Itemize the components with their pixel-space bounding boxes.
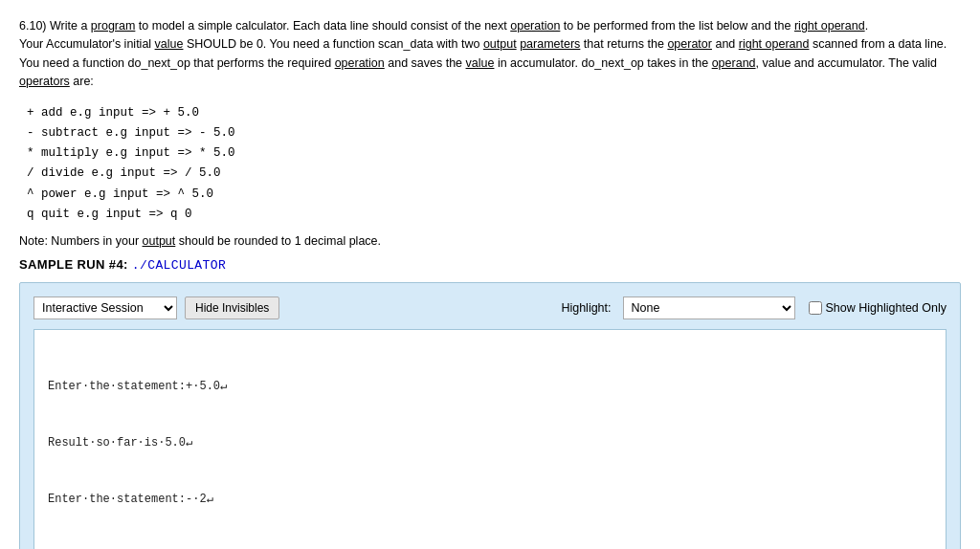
sample-run-text: SAMPLE RUN #4: [19,257,132,272]
underline-right-operand1: right operand [794,19,865,33]
sample-run-label: SAMPLE RUN #4: ./Calculator [19,257,961,273]
show-highlighted-label: Show Highlighted Only [809,301,947,315]
underline-output-note: output [143,234,176,248]
operator-multiply: * multiply e.g input => * 5.0 [27,143,961,164]
underline-right-operand2: right operand [739,37,810,51]
underline-value2: value [466,56,495,70]
operator-subtract: - subtract e.g input => - 5.0 [27,123,961,143]
terminal-output: Enter·the·statement:+·5.0↵ Result·so·far… [33,329,947,549]
terminal-line-1: Enter·the·statement:+·5.0↵ [48,378,932,397]
operators-list: + add e.g input => + 5.0 - subtract e.g … [27,103,961,226]
hide-invisibles-button[interactable]: Hide Invisibles [185,296,279,319]
interactive-box: Interactive Session Input Output Hide In… [19,282,961,549]
terminal-line-3: Enter·the·statement:-·2↵ [48,491,932,510]
problem-description: 6.10) Write a program to model a simple … [19,17,961,92]
operator-quit: q quit e.g input => q 0 [27,205,961,225]
underline-operation2: operation [335,56,385,70]
underline-operation: operation [510,19,560,33]
underline-parameters: parameters [520,37,580,51]
underline-program: program [91,19,136,33]
underline-operator: operator [667,37,712,51]
underline-operand: operand [712,56,756,70]
page-container: 6.10) Write a program to model a simple … [0,0,980,549]
underline-output: output [483,37,517,51]
session-select[interactable]: Interactive Session Input Output [33,296,177,319]
underline-operators: operators [19,75,70,88]
operator-add: + add e.g input => + 5.0 [27,103,961,123]
show-highlighted-checkbox[interactable] [809,301,822,315]
underline-value1: value [155,37,184,51]
highlight-label: Highlight: [561,301,611,315]
terminal-line-2: Result·so·far·is·5.0↵ [48,434,932,453]
operator-divide: / divide e.g input => / 5.0 [27,164,961,184]
operator-power: ^ power e.g input => ^ 5.0 [27,185,961,205]
interactive-toolbar: Interactive Session Input Output Hide In… [33,296,947,319]
show-highlighted-text: Show Highlighted Only [826,301,947,315]
run-command: ./Calculator [132,258,226,273]
problem-number: 6.10) [19,19,47,33]
note-text: Note: Numbers in your output should be r… [19,234,961,248]
highlight-select[interactable]: None [623,296,795,319]
